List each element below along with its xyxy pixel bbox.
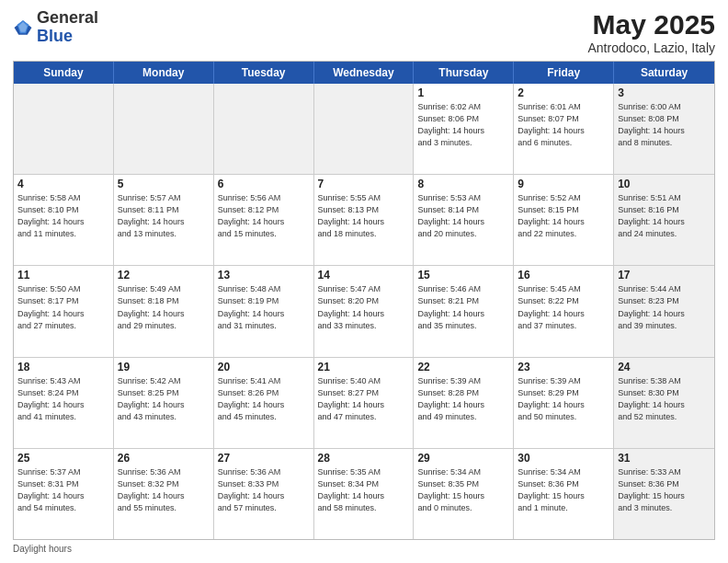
cal-cell-13: 13Sunrise: 5:48 AM Sunset: 8:19 PM Dayli… [214,266,314,356]
cal-cell-24: 24Sunrise: 5:38 AM Sunset: 8:30 PM Dayli… [614,358,714,448]
cal-cell-20: 20Sunrise: 5:41 AM Sunset: 8:26 PM Dayli… [214,358,314,448]
cal-header-monday: Monday [114,62,214,84]
day-number: 30 [518,452,609,465]
cell-info: Sunrise: 5:49 AM Sunset: 8:18 PM Dayligh… [118,283,210,331]
cell-info: Sunrise: 5:44 AM Sunset: 8:23 PM Dayligh… [618,283,711,331]
cell-info: Sunrise: 5:37 AM Sunset: 8:31 PM Dayligh… [17,466,109,514]
cal-cell-26: 26Sunrise: 5:36 AM Sunset: 8:32 PM Dayli… [114,449,214,539]
cal-cell-19: 19Sunrise: 5:42 AM Sunset: 8:25 PM Dayli… [114,358,214,448]
cell-info: Sunrise: 5:41 AM Sunset: 8:26 PM Dayligh… [218,375,310,423]
calendar-subtitle: Antrodoco, Lazio, Italy [587,40,715,55]
cal-cell-empty-0-1 [114,84,214,174]
cal-cell-8: 8Sunrise: 5:53 AM Sunset: 8:14 PM Daylig… [414,175,514,265]
cal-cell-1: 1Sunrise: 6:02 AM Sunset: 8:06 PM Daylig… [414,84,514,174]
cal-cell-31: 31Sunrise: 5:33 AM Sunset: 8:36 PM Dayli… [614,449,714,539]
cal-header-saturday: Saturday [614,62,714,84]
cell-info: Sunrise: 5:52 AM Sunset: 8:15 PM Dayligh… [518,192,609,240]
cell-info: Sunrise: 5:56 AM Sunset: 8:12 PM Dayligh… [218,192,310,240]
day-number: 12 [118,269,210,282]
day-number: 25 [17,452,109,465]
cal-cell-27: 27Sunrise: 5:36 AM Sunset: 8:33 PM Dayli… [214,449,314,539]
cal-cell-7: 7Sunrise: 5:55 AM Sunset: 8:13 PM Daylig… [314,175,415,265]
logo-icon [13,17,33,38]
cal-cell-6: 6Sunrise: 5:56 AM Sunset: 8:12 PM Daylig… [214,175,314,265]
cell-info: Sunrise: 5:33 AM Sunset: 8:36 PM Dayligh… [618,466,711,514]
cal-header-sunday: Sunday [14,62,114,84]
cell-info: Sunrise: 5:55 AM Sunset: 8:13 PM Dayligh… [318,192,410,240]
day-number: 7 [318,178,410,190]
day-number: 27 [218,452,310,465]
cell-info: Sunrise: 5:43 AM Sunset: 8:24 PM Dayligh… [17,375,109,423]
day-number: 8 [417,178,509,190]
logo: General Blue [13,9,98,46]
day-number: 9 [518,178,609,190]
day-number: 31 [618,452,711,465]
day-number: 21 [318,361,410,373]
cal-header-friday: Friday [514,62,614,84]
cell-info: Sunrise: 5:38 AM Sunset: 8:30 PM Dayligh… [618,375,711,423]
day-number: 14 [318,269,410,282]
cal-cell-17: 17Sunrise: 5:44 AM Sunset: 8:23 PM Dayli… [614,266,714,356]
header: General Blue May 2025 Antrodoco, Lazio, … [13,9,715,55]
title-block: May 2025 Antrodoco, Lazio, Italy [587,9,715,55]
cell-info: Sunrise: 5:34 AM Sunset: 8:35 PM Dayligh… [417,466,509,514]
logo-general-text: General Blue [37,8,98,45]
cal-cell-30: 30Sunrise: 5:34 AM Sunset: 8:36 PM Dayli… [514,449,614,539]
day-number: 10 [618,178,711,190]
day-number: 1 [417,86,509,99]
cal-cell-21: 21Sunrise: 5:40 AM Sunset: 8:27 PM Dayli… [314,358,415,448]
cal-cell-empty-0-2 [214,84,314,174]
cal-cell-4: 4Sunrise: 5:58 AM Sunset: 8:10 PM Daylig… [14,175,114,265]
calendar-title: May 2025 [587,9,715,40]
cal-cell-10: 10Sunrise: 5:51 AM Sunset: 8:16 PM Dayli… [614,175,714,265]
footer-note: Daylight hours [13,544,715,554]
cal-cell-5: 5Sunrise: 5:57 AM Sunset: 8:11 PM Daylig… [114,175,214,265]
cell-info: Sunrise: 5:47 AM Sunset: 8:20 PM Dayligh… [318,283,410,331]
cell-info: Sunrise: 5:39 AM Sunset: 8:28 PM Dayligh… [417,375,509,423]
cal-cell-23: 23Sunrise: 5:39 AM Sunset: 8:29 PM Dayli… [514,358,614,448]
day-number: 29 [417,452,509,465]
cell-info: Sunrise: 5:40 AM Sunset: 8:27 PM Dayligh… [318,375,410,423]
day-number: 26 [118,452,210,465]
day-number: 28 [318,452,410,465]
day-number: 5 [118,178,210,190]
cal-week-5: 25Sunrise: 5:37 AM Sunset: 8:31 PM Dayli… [14,449,714,539]
day-number: 2 [518,86,609,99]
cell-info: Sunrise: 5:50 AM Sunset: 8:17 PM Dayligh… [17,283,109,331]
calendar-header-row: SundayMondayTuesdayWednesdayThursdayFrid… [14,62,714,84]
day-number: 11 [17,269,109,282]
cell-info: Sunrise: 5:36 AM Sunset: 8:32 PM Dayligh… [118,466,210,514]
day-number: 23 [518,361,609,373]
cell-info: Sunrise: 6:01 AM Sunset: 8:07 PM Dayligh… [518,101,609,149]
day-number: 18 [17,361,109,373]
cell-info: Sunrise: 5:35 AM Sunset: 8:34 PM Dayligh… [318,466,410,514]
cal-header-wednesday: Wednesday [314,62,415,84]
cal-cell-11: 11Sunrise: 5:50 AM Sunset: 8:17 PM Dayli… [14,266,114,356]
cell-info: Sunrise: 5:48 AM Sunset: 8:19 PM Dayligh… [218,283,310,331]
cal-cell-28: 28Sunrise: 5:35 AM Sunset: 8:34 PM Dayli… [314,449,415,539]
cell-info: Sunrise: 5:34 AM Sunset: 8:36 PM Dayligh… [518,466,609,514]
cell-info: Sunrise: 5:36 AM Sunset: 8:33 PM Dayligh… [218,466,310,514]
cal-cell-9: 9Sunrise: 5:52 AM Sunset: 8:15 PM Daylig… [514,175,614,265]
cell-info: Sunrise: 5:58 AM Sunset: 8:10 PM Dayligh… [17,192,109,240]
cell-info: Sunrise: 5:45 AM Sunset: 8:22 PM Dayligh… [518,283,609,331]
cal-header-thursday: Thursday [414,62,514,84]
day-number: 3 [618,86,711,99]
cal-cell-29: 29Sunrise: 5:34 AM Sunset: 8:35 PM Dayli… [414,449,514,539]
day-number: 22 [417,361,509,373]
calendar: SundayMondayTuesdayWednesdayThursdayFrid… [13,61,715,540]
day-number: 4 [17,178,109,190]
cell-info: Sunrise: 5:42 AM Sunset: 8:25 PM Dayligh… [118,375,210,423]
cal-cell-18: 18Sunrise: 5:43 AM Sunset: 8:24 PM Dayli… [14,358,114,448]
cell-info: Sunrise: 5:51 AM Sunset: 8:16 PM Dayligh… [618,192,711,240]
cell-info: Sunrise: 5:46 AM Sunset: 8:21 PM Dayligh… [417,283,509,331]
cal-week-4: 18Sunrise: 5:43 AM Sunset: 8:24 PM Dayli… [14,358,714,449]
cal-cell-3: 3Sunrise: 6:00 AM Sunset: 8:08 PM Daylig… [614,84,714,174]
cal-cell-22: 22Sunrise: 5:39 AM Sunset: 8:28 PM Dayli… [414,358,514,448]
cal-cell-empty-0-3 [314,84,415,174]
cal-week-2: 4Sunrise: 5:58 AM Sunset: 8:10 PM Daylig… [14,175,714,266]
day-number: 16 [518,269,609,282]
cal-cell-16: 16Sunrise: 5:45 AM Sunset: 8:22 PM Dayli… [514,266,614,356]
cell-info: Sunrise: 6:00 AM Sunset: 8:08 PM Dayligh… [618,101,711,149]
cell-info: Sunrise: 5:53 AM Sunset: 8:14 PM Dayligh… [417,192,509,240]
